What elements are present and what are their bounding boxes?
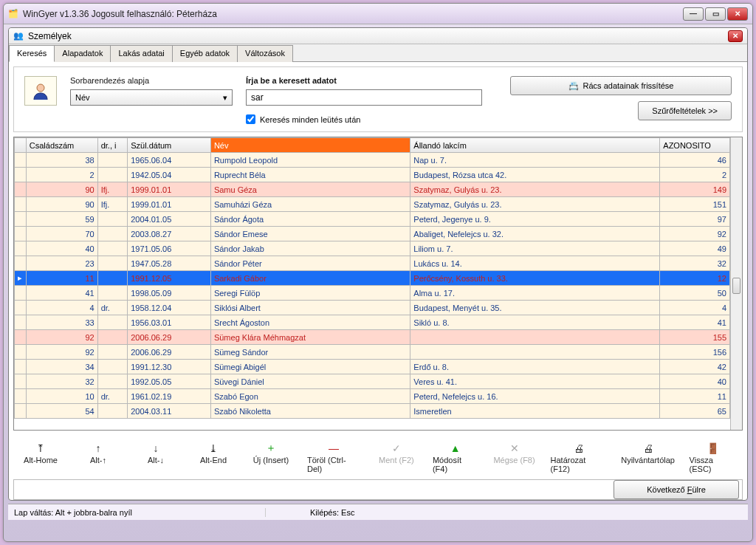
tab-lakás-adatai[interactable]: Lakás adatai — [110, 45, 172, 62]
resolution-icon: 🖨 — [574, 442, 584, 454]
table-row[interactable]: 331956.03.01Srecht ÁgostonSikló u. 8.41 — [15, 315, 730, 330]
table-row[interactable]: 381965.06.04Rumpold LeopoldNap u. 7.46 — [15, 153, 730, 168]
column-header[interactable]: dr., i — [97, 138, 128, 153]
new-icon: ＋ — [266, 442, 276, 454]
toolbar-label: Módosít (F4) — [433, 456, 478, 473]
toolbar-label: Nyilvántartólap — [621, 456, 675, 465]
inner-window-title: Személyek — [28, 31, 724, 41]
table-row[interactable]: 10dr.1961.02.19Szabó EgonPeterd, Nefelej… — [15, 389, 730, 404]
search-panel: Sorbarendezés alapja Név ▾ Írja be a ker… — [13, 66, 743, 132]
tab-egyéb-adatok[interactable]: Egyéb adatok — [172, 45, 238, 62]
minimize-button[interactable]: — — [683, 7, 704, 21]
maximize-button[interactable]: ▭ — [705, 7, 726, 21]
table-row[interactable]: 411998.05.09Seregi FülöpAlma u. 17.50 — [15, 286, 730, 301]
sheet-icon: 🖨 — [643, 442, 653, 454]
table-row[interactable]: 702003.08.27Sándor EmeseAbaliget, Nefele… — [15, 227, 730, 241]
checkbox-label: Keresés minden leütés után — [260, 115, 360, 124]
app-icon: 🗂️ — [8, 9, 18, 18]
toolbar-label: Alt-↑ — [90, 456, 106, 465]
modify-icon: ▲ — [450, 442, 461, 454]
table-row[interactable]: 401971.05.06Sándor JakabLiliom u. 7.49 — [15, 241, 730, 256]
toolbar-alt-end-button[interactable]: ⤓Alt-End — [192, 442, 235, 465]
status-bar: Lap váltás: Alt + jobbra-balra nyíl Kilé… — [8, 504, 748, 520]
toolbar-alt-home-button[interactable]: ⤒Alt-Home — [19, 442, 62, 465]
toolbar-sheet-button[interactable]: 🖨Nyilvántartólap — [622, 442, 675, 465]
toolbar-alt-down-button[interactable]: ↓Alt-↓ — [134, 442, 177, 465]
svg-point-0 — [37, 84, 44, 92]
status-exit: Kilépés: Esc — [310, 508, 355, 517]
toolbar-label: Ment (F2) — [379, 456, 414, 465]
tab-keresés[interactable]: Keresés — [9, 45, 55, 62]
table-row[interactable]: 922006.06.29Sümeg Klára Méhmagzat155 — [15, 330, 730, 345]
toolbar-label: Mégse (F8) — [493, 456, 535, 465]
alt-home-icon: ⤒ — [36, 442, 45, 454]
toolbar-alt-up-button[interactable]: ↑Alt-↑ — [77, 442, 120, 465]
back-icon: 🚪 — [707, 442, 719, 454]
table-row[interactable]: 90Ifj.1999.01.01Samu GézaSzatymaz, Gulyá… — [15, 182, 730, 197]
column-header[interactable]: Név — [210, 138, 410, 153]
table-row[interactable]: 321992.05.05Süvegi DánielVeres u. 41.40 — [15, 374, 730, 389]
save-icon: ✓ — [392, 442, 401, 454]
toolbar-label: Vissza (ESC) — [690, 456, 737, 473]
tabs: KeresésAlapadatokLakás adataiEgyéb adato… — [9, 44, 747, 62]
status-page-switch: Lap váltás: Alt + jobbra-balra nyíl — [14, 508, 266, 517]
column-header[interactable]: Családszám — [26, 138, 97, 153]
inner-titlebar: 👥 Személyek ✕ — [9, 28, 747, 44]
table-row[interactable]: 4dr.1958.12.04Siklósi AlbertBudapest, Me… — [15, 301, 730, 315]
chevron-down-icon: ▾ — [223, 93, 227, 103]
search-input-label: Írja be a keresett adatot — [246, 76, 497, 85]
toolbar-cancel-button: ✕Mégse (F8) — [493, 442, 536, 465]
table-row[interactable]: 542004.03.11Szabó NikolettaIsmeretlen65 — [15, 404, 730, 419]
outer-window-title: WinGyer v1.3.36 Jogosult felhasználó: Pé… — [23, 9, 678, 19]
toolbar-new-button[interactable]: ＋Új (Insert) — [250, 442, 292, 465]
table-row[interactable]: 341991.12.30Sümegi AbigélErdő u. 8.42 — [15, 360, 730, 374]
toolbar-label: Alt-↓ — [148, 456, 164, 465]
table-row[interactable]: 922006.06.29Sümeg Sándor156 — [15, 345, 730, 360]
cancel-icon: ✕ — [510, 442, 519, 454]
tab-alapadatok[interactable]: Alapadatok — [54, 45, 111, 62]
table-row[interactable]: ▸111991.12.05Sarkadi GáborPerőcsény, Kos… — [15, 271, 730, 286]
table-row[interactable]: 21942.05.04Ruprecht BélaBudapest, Rózsa … — [15, 168, 730, 182]
persons-icon: 👥 — [13, 31, 24, 41]
data-grid[interactable]: Családszámdr., iSzül.dátumNévÁllandó lak… — [13, 137, 743, 431]
toolbar-label: Töröl (Ctrl-Del) — [307, 456, 360, 473]
sort-dropdown-value: Név — [75, 93, 90, 102]
next-tab-button[interactable]: Következő Fülre — [614, 480, 739, 499]
refresh-grid-button[interactable]: 📇 Rács adatainak frissítése — [510, 76, 732, 95]
table-row[interactable]: 592004.01.05Sándor ÁgotaPeterd, Jegenye … — [15, 212, 730, 227]
scrollbar-thumb[interactable] — [732, 278, 740, 294]
toolbar-save-button: ✓Ment (F2) — [375, 442, 418, 465]
search-input[interactable] — [246, 89, 482, 106]
sort-dropdown[interactable]: Név ▾ — [70, 89, 233, 106]
toolbar-label: Új (Insert) — [253, 456, 289, 465]
column-header[interactable]: AZONOSITO — [660, 138, 730, 153]
toolbar-label: Alt-Home — [24, 456, 58, 465]
column-header[interactable]: Állandó lakcím — [410, 138, 660, 153]
toolbar-label: Határozat (F12) — [551, 456, 607, 473]
sort-label: Sorbarendezés alapja — [70, 76, 233, 85]
refresh-icon: 📇 — [568, 81, 579, 91]
alt-down-icon: ↓ — [154, 442, 159, 454]
column-header[interactable]: Szül.dátum — [128, 138, 211, 153]
tab-változások[interactable]: Változások — [237, 45, 293, 62]
toolbar-label: Alt-End — [200, 456, 227, 465]
toolbar-delete-button[interactable]: —Töröl (Ctrl-Del) — [307, 442, 360, 473]
alt-end-icon: ⤓ — [209, 442, 218, 454]
outer-titlebar: 🗂️ WinGyer v1.3.36 Jogosult felhasználó:… — [4, 4, 752, 24]
table-row[interactable]: 231947.05.28Sándor PéterLukács u. 14.32 — [15, 256, 730, 271]
toolbar-resolution-button[interactable]: 🖨Határozat (F12) — [551, 442, 607, 473]
close-button[interactable]: ✕ — [727, 7, 748, 21]
toolbar-back-button[interactable]: 🚪Vissza (ESC) — [690, 442, 737, 473]
filter-conditions-button[interactable]: Szűrőfeltételek >> — [638, 101, 732, 120]
toolbar-modify-button[interactable]: ▲Módosít (F4) — [433, 442, 478, 473]
table-row[interactable]: 90Ifj.1999.01.01Samuházi GézaSzatymaz, G… — [15, 197, 730, 212]
action-toolbar: ⤒Alt-Home↑Alt-↑↓Alt-↓⤓Alt-End＋Új (Insert… — [13, 441, 743, 475]
inner-close-button[interactable]: ✕ — [728, 30, 743, 42]
grid-scrollbar[interactable] — [730, 137, 742, 430]
search-every-key-checkbox[interactable] — [246, 114, 255, 124]
alt-up-icon: ↑ — [96, 442, 101, 454]
person-head-icon — [24, 76, 57, 106]
delete-icon: — — [329, 442, 339, 454]
